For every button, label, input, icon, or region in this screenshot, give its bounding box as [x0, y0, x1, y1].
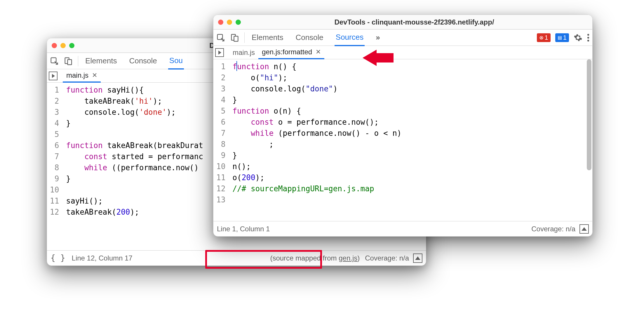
tab-sources[interactable]: Sources — [335, 29, 365, 46]
close-window-icon[interactable] — [52, 43, 57, 48]
zoom-window-icon[interactable] — [236, 20, 241, 25]
text-cursor — [236, 61, 237, 71]
file-tab-label: main.js — [233, 48, 255, 57]
navigator-toggle-icon[interactable] — [49, 72, 58, 80]
file-tab-main-js[interactable]: main.js — [229, 46, 258, 59]
window-title: DevTools - clinquant-mousse-2f2396.netli… — [241, 18, 588, 26]
window-controls[interactable] — [218, 20, 241, 25]
source-mapped-link[interactable]: gen.js — [339, 254, 357, 262]
close-window-icon[interactable] — [218, 20, 223, 25]
toolbar-divider — [78, 56, 78, 66]
error-count-badge[interactable]: ⊗ 1 — [537, 33, 551, 42]
tab-elements[interactable]: Elements — [250, 29, 284, 46]
toolbar-divider — [244, 32, 245, 43]
code-editor-front[interactable]: 1 2 3 4 5 6 7 8 9 10 11 12 13 function n… — [213, 59, 592, 221]
svg-rect-5 — [234, 36, 238, 41]
scrollbar-thumb[interactable] — [587, 59, 591, 170]
svg-point-6 — [587, 34, 589, 35]
issues-icon: ▤ — [558, 35, 562, 40]
cursor-position: Line 1, Column 1 — [217, 225, 270, 233]
file-tab-main-js[interactable]: main.js ✕ — [63, 69, 101, 83]
device-toggle-icon[interactable] — [64, 57, 73, 65]
file-tab-gen-js-formatted[interactable]: gen.js:formatted ✕ — [258, 46, 324, 59]
minimize-window-icon[interactable] — [60, 43, 66, 48]
format-button[interactable] — [579, 224, 589, 234]
annotation-arrow-icon — [362, 46, 394, 70]
settings-gear-icon[interactable] — [574, 33, 582, 42]
file-tab-strip-front: main.js gen.js:formatted ✕ — [213, 46, 592, 59]
minimize-window-icon[interactable] — [227, 20, 232, 25]
coverage-label: Coverage: n/a — [365, 254, 409, 262]
file-tab-label: gen.js:formatted — [262, 48, 312, 56]
close-tab-icon[interactable]: ✕ — [316, 48, 321, 56]
svg-rect-9 — [376, 53, 394, 62]
tab-console[interactable]: Console — [128, 53, 158, 69]
inspect-element-icon[interactable] — [216, 33, 225, 42]
cursor-position: Line 12, Column 17 — [72, 254, 133, 262]
inspect-element-icon[interactable] — [50, 57, 59, 65]
main-toolbar-front: Elements Console Sources » ⊗ 1 ▤ 1 — [213, 29, 592, 46]
issues-count-badge[interactable]: ▤ 1 — [555, 33, 569, 42]
titlebar-front: DevTools - clinquant-mousse-2f2396.netli… — [213, 15, 592, 29]
tab-sources[interactable]: Sou — [168, 53, 184, 70]
file-tab-label: main.js — [66, 71, 88, 79]
window-controls[interactable] — [52, 43, 74, 48]
svg-point-7 — [587, 37, 589, 38]
format-button[interactable] — [413, 254, 422, 263]
close-tab-icon[interactable]: ✕ — [92, 72, 97, 79]
device-toggle-icon[interactable] — [230, 33, 239, 42]
pretty-print-icon[interactable]: { } — [51, 253, 65, 263]
devtools-window-front: DevTools - clinquant-mousse-2f2396.netli… — [213, 15, 593, 237]
kebab-menu-icon[interactable] — [587, 33, 589, 42]
line-gutter: 1 2 3 4 5 6 7 8 9 10 11 12 — [47, 83, 63, 250]
coverage-label: Coverage: n/a — [531, 225, 575, 233]
tab-console[interactable]: Console — [294, 29, 324, 46]
zoom-window-icon[interactable] — [69, 43, 74, 48]
tab-more[interactable]: » — [375, 29, 381, 46]
navigator-toggle-icon[interactable] — [215, 48, 224, 57]
line-gutter: 1 2 3 4 5 6 7 8 9 10 11 12 13 — [213, 59, 229, 221]
code-content[interactable]: function n() { o("hi"); console.log("don… — [229, 59, 592, 221]
tab-elements[interactable]: Elements — [84, 53, 118, 69]
svg-point-8 — [587, 39, 589, 41]
annotation-highlight-box — [205, 250, 322, 269]
statusbar-front: Line 1, Column 1 Coverage: n/a — [213, 221, 592, 236]
svg-rect-2 — [68, 60, 72, 65]
error-icon: ⊗ — [539, 34, 544, 41]
